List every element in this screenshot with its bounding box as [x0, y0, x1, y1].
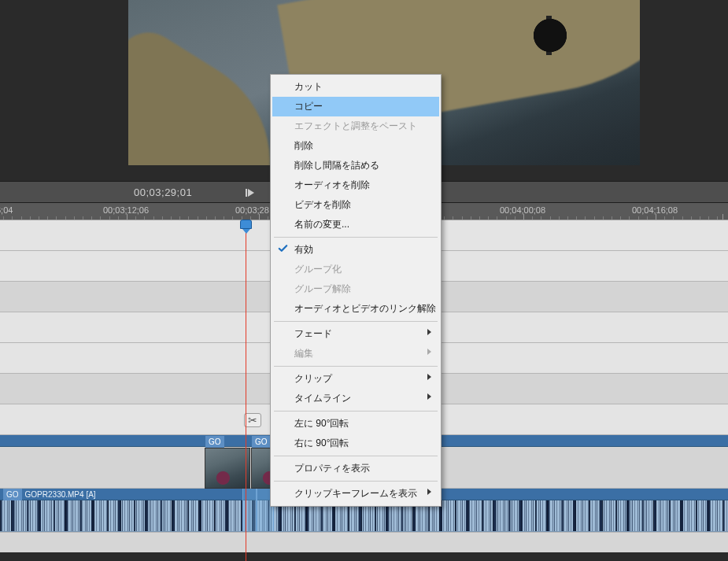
- menu-delete-audio[interactable]: オーディオを削除: [272, 175, 439, 195]
- next-marker-icon[interactable]: [244, 186, 257, 199]
- menu-separator: [274, 481, 438, 482]
- menu-separator: [274, 456, 438, 456]
- clip-tag: GO: [252, 436, 271, 448]
- menu-fade-label: フェード: [294, 328, 332, 339]
- menu-timeline[interactable]: タイムライン: [272, 389, 439, 408]
- menu-show-properties[interactable]: プロパティを表示: [272, 459, 439, 478]
- menu-edit: 編集: [272, 344, 439, 364]
- chevron-right-icon: [427, 393, 431, 400]
- clip-thumbnail: [205, 448, 249, 488]
- menu-show-keyframes-label: クリップキーフレームを表示: [294, 488, 417, 499]
- menu-group: グループ化: [272, 260, 439, 279]
- check-icon: [277, 242, 289, 254]
- menu-fade[interactable]: フェード: [272, 324, 439, 344]
- video-clip[interactable]: GO: [205, 448, 250, 489]
- playhead-timecode: 00;03;29;01: [134, 182, 192, 204]
- chevron-right-icon: [427, 374, 431, 380]
- menu-separator: [274, 321, 438, 322]
- menu-copy[interactable]: コピー: [272, 97, 439, 116]
- menu-ungroup: グループ解除: [272, 279, 439, 299]
- menu-cut[interactable]: カット: [272, 77, 439, 97]
- menu-clip[interactable]: クリップ: [272, 369, 439, 389]
- chevron-right-icon: [427, 329, 431, 335]
- clip-tag: GO: [3, 489, 22, 500]
- menu-unlink-av[interactable]: オーディオとビデオのリンク解除: [272, 299, 439, 319]
- playhead-handle[interactable]: [240, 220, 252, 229]
- menu-show-keyframes[interactable]: クリップキーフレームを表示: [272, 484, 439, 504]
- menu-delete[interactable]: 削除: [272, 136, 439, 156]
- menu-separator: [274, 237, 438, 238]
- menu-timeline-label: タイムライン: [294, 393, 351, 404]
- clip-tag: GO: [205, 436, 224, 448]
- scissors-icon: ✂: [248, 414, 257, 426]
- playhead[interactable]: [246, 220, 246, 561]
- menu-enable-label: 有効: [294, 244, 313, 255]
- preview-content: [522, 16, 593, 55]
- clip-context-menu: カット コピー エフェクトと調整をペースト 削除 削除し間隔を詰める オーディオ…: [270, 74, 442, 507]
- audio-selection[interactable]: [242, 489, 257, 531]
- chevron-right-icon: [427, 489, 431, 495]
- menu-paste-effects: エフェクトと調整をペースト: [272, 116, 439, 136]
- menu-clip-label: クリップ: [294, 373, 332, 384]
- menu-edit-label: 編集: [294, 348, 313, 359]
- split-clip-button[interactable]: ✂: [244, 413, 261, 427]
- menu-rotate-left[interactable]: 左に 90°回転: [272, 414, 439, 434]
- chevron-right-icon: [427, 349, 431, 355]
- menu-delete-video[interactable]: ビデオを削除: [272, 195, 439, 215]
- menu-enable[interactable]: 有効: [272, 240, 439, 260]
- menu-separator: [274, 366, 438, 367]
- timeline-footer: [0, 532, 728, 552]
- menu-rotate-right[interactable]: 右に 90°回転: [272, 434, 439, 453]
- menu-separator: [274, 411, 438, 412]
- audio-clip-filename: GOPR2330.MP4 [A]: [25, 490, 96, 499]
- menu-delete-close-gap[interactable]: 削除し間隔を詰める: [272, 156, 439, 175]
- menu-rename[interactable]: 名前の変更...: [272, 215, 439, 234]
